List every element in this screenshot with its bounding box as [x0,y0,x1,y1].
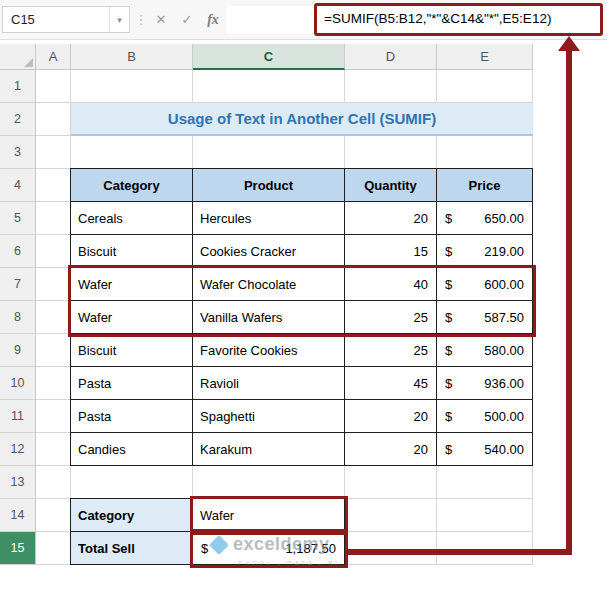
column-header-c[interactable]: C [193,44,345,70]
formula-text: =SUMIF(B5:B12,"*"&C14&"*",E5:E12) [324,11,551,26]
row-header-1[interactable]: 1 [0,70,36,103]
cell-product[interactable]: Spaghetti [193,400,345,433]
summary-total-label[interactable]: Total Sell [71,532,193,565]
currency-symbol: $ [445,442,452,457]
cell-c15-total-value[interactable]: $1,187.50 [193,532,345,565]
row-header-12[interactable]: 12 [0,433,36,466]
table-header-category[interactable]: Category [71,169,193,202]
row-header-7[interactable]: 7 [0,268,36,301]
cell-product[interactable]: Hercules [193,202,345,235]
cell-category[interactable]: Candies [71,433,193,466]
row-header-15[interactable]: 15 [0,532,36,565]
cell-category[interactable]: Biscuit [71,334,193,367]
price-value: 587.50 [484,310,524,325]
table-header-price[interactable]: Price [437,169,533,202]
row-header-14[interactable]: 14 [0,499,36,532]
row-header-11[interactable]: 11 [0,400,36,433]
cell-product[interactable]: Wafer Chocolate [193,268,345,301]
column-header-e[interactable]: E [437,44,533,70]
formula-bar-row: C15 ▾ ⋮ ✕ ✓ fx =SUMIF(B5:B12,"*"&C14&"*"… [0,0,607,40]
name-box-value: C15 [3,12,109,27]
cell-category[interactable]: Pasta [71,400,193,433]
row-header-5[interactable]: 5 [0,202,36,235]
table-header-product[interactable]: Product [193,169,345,202]
cell-quantity[interactable]: 40 [345,268,437,301]
currency-symbol: $ [445,343,452,358]
column-header-a[interactable]: A [36,44,71,70]
cell-quantity[interactable]: 20 [345,400,437,433]
cell-price[interactable]: $587.50 [437,301,533,334]
cell-price[interactable]: $580.00 [437,334,533,367]
row-header-2[interactable]: 2 [0,103,36,136]
enter-icon[interactable]: ✓ [174,7,200,33]
price-value: 500.00 [484,409,524,424]
cell-category[interactable]: Cereals [71,202,193,235]
total-value: 1,187.50 [285,541,336,556]
price-value: 650.00 [484,211,524,226]
cell-category[interactable]: Biscuit [71,235,193,268]
name-box[interactable]: C15 ▾ [2,6,130,33]
cell-quantity[interactable]: 20 [345,202,437,235]
row-header-6[interactable]: 6 [0,235,36,268]
insert-function-icon[interactable]: fx [200,7,226,33]
cancel-icon[interactable]: ✕ [148,7,174,33]
cell-quantity[interactable]: 25 [345,301,437,334]
cell-quantity[interactable]: 25 [345,334,437,367]
currency-symbol: $ [201,541,208,556]
excel-window: C15 ▾ ⋮ ✕ ✓ fx =SUMIF(B5:B12,"*"&C14&"*"… [0,0,607,593]
column-header-d[interactable]: D [345,44,437,70]
worksheet: A B C D E 1 2 3 4 5 6 7 8 9 10 11 12 13 … [0,44,607,593]
row-header-3[interactable]: 3 [0,136,36,169]
cell-price[interactable]: $600.00 [437,268,533,301]
currency-symbol: $ [445,409,452,424]
summary-category-label[interactable]: Category [71,499,193,532]
cell-product[interactable]: Favorite Cookies [193,334,345,367]
cell-price[interactable]: $650.00 [437,202,533,235]
price-value: 580.00 [484,343,524,358]
row-header-13[interactable]: 13 [0,466,36,499]
cell-c14-category-value[interactable]: Wafer [193,499,345,532]
row-header-9[interactable]: 9 [0,334,36,367]
table-header-quantity[interactable]: Quantity [345,169,437,202]
cell-product[interactable]: Karakum [193,433,345,466]
column-headers: A B C D E [36,44,533,70]
row-header-4[interactable]: 4 [0,169,36,202]
currency-symbol: $ [445,211,452,226]
price-value: 600.00 [484,277,524,292]
cell-product[interactable]: Ravioli [193,367,345,400]
currency-symbol: $ [445,310,452,325]
price-value: 540.00 [484,442,524,457]
row-header-10[interactable]: 10 [0,367,36,400]
row-headers: 1 2 3 4 5 6 7 8 9 10 11 12 13 14 15 [0,70,36,565]
currency-symbol: $ [445,376,452,391]
cell-category[interactable]: Pasta [71,367,193,400]
cell-price[interactable]: $500.00 [437,400,533,433]
cell-category[interactable]: Wafer [71,268,193,301]
cell-product[interactable]: Vanilla Wafers [193,301,345,334]
cell-quantity[interactable]: 20 [345,433,437,466]
sheet-title-cell[interactable]: Usage of Text in Another Cell (SUMIF) [71,103,533,136]
cell-price[interactable]: $540.00 [437,433,533,466]
cell-quantity[interactable]: 15 [345,235,437,268]
cell-category[interactable]: Wafer [71,301,193,334]
summary-block: Category Wafer Total Sell $1,187.50 [70,498,345,565]
cell-price[interactable]: $936.00 [437,367,533,400]
formula-input[interactable]: =SUMIF(B5:B12,"*"&C14&"*",E5:E12) [226,6,607,33]
row-header-8[interactable]: 8 [0,301,36,334]
currency-symbol: $ [445,244,452,259]
currency-symbol: $ [445,277,452,292]
name-box-dropdown-icon[interactable]: ▾ [109,7,129,32]
cell-quantity[interactable]: 45 [345,367,437,400]
price-value: 936.00 [484,376,524,391]
data-table: Category Product Quantity Price Cereals … [70,168,533,466]
price-value: 219.00 [484,244,524,259]
select-all-corner[interactable] [0,44,36,70]
cell-price[interactable]: $219.00 [437,235,533,268]
formula-bar-grip-icon: ⋮ [134,12,148,27]
column-header-b[interactable]: B [71,44,193,70]
cell-product[interactable]: Cookies Cracker [193,235,345,268]
